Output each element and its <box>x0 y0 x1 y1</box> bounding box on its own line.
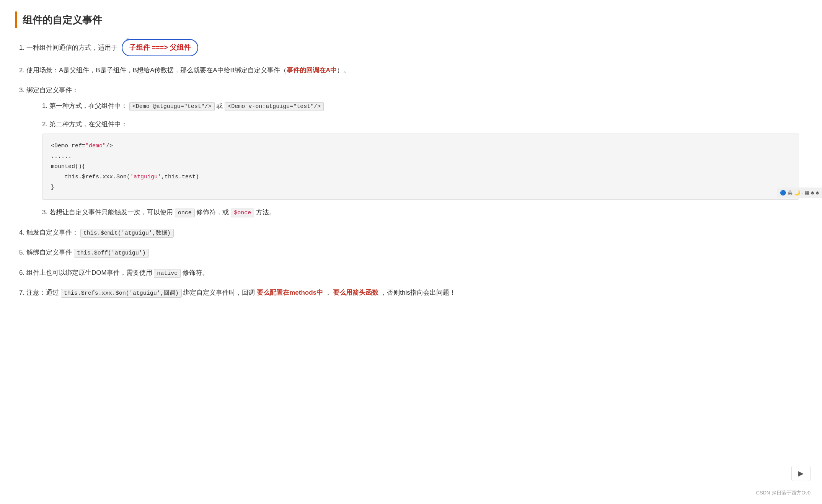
section-item-1: 1. 一种组件间通信的方式，适用于 子组件 ===> 父组件 <box>19 39 799 56</box>
code-dollar-once: $once <box>231 209 254 217</box>
sub-item-3-1: 1. 第一种方式，在父组件中： <Demo @atguigu="test"/> … <box>42 100 799 112</box>
code-refs-on: this.$refs.xxx.$on('atguigu',回调) <box>61 289 182 298</box>
section-item-5: 5. 解绑自定义事件 this.$off('atguigu') <box>19 247 799 259</box>
code-emit: this.$emit('atguigu',数据) <box>80 229 174 238</box>
circle-annotation: 子组件 ===> 父组件 <box>122 39 198 56</box>
system-tray: 🔵 英 🌙 · ▦ ♣ ♣ <box>777 188 822 198</box>
code-native: native <box>154 269 181 278</box>
section-item-7: 7. 注意：通过 this.$refs.xxx.$on('atguigu',回调… <box>19 287 799 299</box>
section-item-2: 2. 使用场景：A是父组件，B是子组件，B想给A传数据，那么就要在A中给B绑定自… <box>19 65 799 77</box>
highlight-methods: 要么配置在methods中 <box>257 289 323 296</box>
code-block-mounted: <Demo ref="demo"/> ...... mounted(){ thi… <box>42 134 799 200</box>
sub-item-3-3: 3. 若想让自定义事件只能触发一次，可以使用 once 修饰符，或 $once … <box>42 207 799 219</box>
highlight-arrow: 要么用箭头函数 <box>333 289 378 296</box>
section-item-6: 6. 组件上也可以绑定原生DOM事件，需要使用 native 修饰符。 <box>19 267 799 279</box>
annotation-box: 子组件 ===> 父组件 <box>122 39 198 56</box>
sub-item-3-2: 2. 第二种方式，在父组件中： <Demo ref="demo"/> .....… <box>42 119 799 200</box>
code-demo-at: <Demo @atguigu="test"/> <box>129 102 215 111</box>
page-title: 组件的自定义事件 <box>15 11 799 28</box>
sub-list-3: 1. 第一种方式，在父组件中： <Demo @atguigu="test"/> … <box>19 100 799 219</box>
section-item-4: 4. 触发自定义事件： this.$emit('atguigu',数据) <box>19 227 799 239</box>
code-demo-von: <Demo v-on:atguigu="test"/> <box>225 102 324 111</box>
section-item-3: 3. 绑定自定义事件： 1. 第一种方式，在父组件中： <Demo @atgui… <box>19 85 799 218</box>
code-off: this.$off('atguigu') <box>74 249 149 258</box>
code-once: once <box>175 209 195 217</box>
content-area: 1. 一种组件间通信的方式，适用于 子组件 ===> 父组件 2. 使用场景：A… <box>15 39 799 299</box>
